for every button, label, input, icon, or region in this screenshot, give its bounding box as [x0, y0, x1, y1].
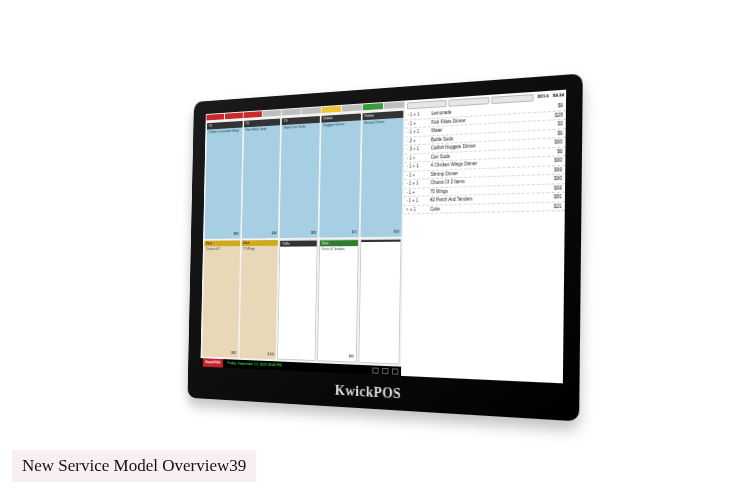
order-line[interactable]: - 1 +75 Wings$66 — [404, 184, 565, 198]
order-toolbar: $21.6 $4.34 — [405, 90, 566, 112]
order-line-name: Can Soda — [431, 149, 542, 160]
order-line[interactable]: < + 1Coke$21 — [403, 202, 565, 214]
order-line-name: Lemonade — [431, 104, 542, 117]
order-line-qty: - 1 + 1 — [408, 111, 432, 118]
toolbar-button-2[interactable] — [448, 97, 489, 107]
ticket-card[interactable]: OnlineShrimp Dinner$54 — [361, 111, 404, 237]
order-line[interactable]: - 1 + 14 Chicken Wings Dinner$60 — [404, 156, 565, 171]
order-line[interactable]: - 3 + 1Catfish Nuggets Dinner$60 — [404, 138, 565, 154]
status-control-3[interactable] — [392, 368, 398, 374]
order-line-amt: $60 — [542, 176, 562, 183]
ticket-card[interactable]: T4Catfish Lemonade Wings$66 — [205, 121, 243, 239]
ticket-card-body: Perch & Tenders — [320, 246, 358, 252]
order-line-qty: - 1 + 1 — [407, 128, 431, 135]
order-total-2: $4.34 — [551, 92, 564, 100]
status-logo: KwickPOS — [203, 358, 223, 367]
order-line[interactable]: - 1 + 1Lemonade$6 — [405, 101, 566, 120]
toolbar-button-1[interactable] — [407, 100, 447, 110]
ticket-card[interactable]: OnlineNuggets Dinner$72 — [320, 113, 361, 237]
order-pane: $21.6 $4.34 - 1 + 1Lemonade$6- 1 +Fish F… — [401, 90, 566, 384]
order-line-qty: - 1 + 1 — [406, 180, 430, 186]
order-line-name: Shrimp Dinner — [430, 167, 541, 177]
ticket-card-body: Choice of 2 — [204, 246, 240, 252]
order-line-name: Fish Fillets Dinner — [431, 113, 542, 125]
order-line-name: 4 Chicken Wings Dinner — [431, 158, 542, 168]
order-line-qty: - 1 + — [406, 189, 430, 195]
ticket-card[interactable]: T5Fish Fillets Soda$48 — [242, 118, 281, 238]
order-line-qty: - 1 + — [407, 154, 431, 161]
ticket-card-body: 75 Wings — [241, 246, 278, 252]
order-line-amt: $28 — [542, 112, 562, 119]
ticket-card-price: $82 — [349, 355, 355, 360]
order-line-qty: - 1 + — [407, 171, 431, 177]
order-total-1: $21.6 — [536, 93, 549, 101]
caption-wrap: New Service Model Overview39 — [12, 450, 256, 482]
ticket-card-price: $66 — [234, 232, 239, 236]
order-line-name: 75 Wings — [430, 185, 541, 194]
ticket-card-body — [281, 246, 317, 248]
ticket-card-price: $33 — [311, 231, 316, 236]
order-line-qty: - 1 + 1 — [406, 198, 430, 204]
ticket-card-header: Online — [363, 111, 404, 120]
order-line-qty: < + 1 — [406, 206, 430, 212]
order-line-amt: $66 — [542, 185, 562, 191]
order-line-list: - 1 + 1Lemonade$6- 1 +Fish Fillets Dinne… — [401, 101, 566, 383]
ticket-card-grid: T4Catfish Lemonade Wings$66T5Fish Fillet… — [201, 109, 405, 367]
order-line[interactable]: - 1 +Shrimp Dinner$66 — [404, 165, 565, 180]
ticket-tab[interactable] — [384, 102, 405, 109]
order-line-amt: $6 — [543, 103, 563, 110]
order-line-amt: $66 — [542, 167, 562, 174]
ticket-card-price: $120 — [267, 353, 274, 358]
ticket-card-price: $60 — [231, 351, 236, 356]
ticket-card-price: $54 — [394, 230, 400, 235]
ticket-card[interactable]: DineChoice of 2$60 — [202, 240, 240, 358]
ticket-card[interactable]: DinePerch & Tenders$82 — [317, 239, 358, 363]
order-line-amt: $21 — [541, 203, 561, 209]
order-line[interactable]: - 1 + 1#2 Perch And Tenders$81 — [403, 193, 565, 206]
image-caption: New Service Model Overview39 — [12, 450, 256, 482]
order-line-amt: $6 — [542, 130, 562, 137]
order-line-name: Water — [431, 122, 542, 134]
ticket-pane: T4Catfish Lemonade Wings$66T5Fish Fillet… — [200, 101, 405, 376]
order-line[interactable]: - 1 +Fish Fillets Dinner$28 — [405, 111, 566, 129]
ticket-card-price: $72 — [352, 230, 358, 235]
order-line-name: #2 Perch And Tenders — [430, 194, 542, 203]
device-bezel: T4Catfish Lemonade Wings$66T5Fish Fillet… — [187, 73, 582, 421]
order-line-name: Catfish Nuggets Dinner — [431, 140, 542, 151]
order-line-qty: - 2 + — [407, 137, 431, 144]
ticket-card[interactable]: Dine75 Wings$120 — [239, 239, 278, 359]
order-line-amt: $3 — [542, 121, 562, 128]
device-stage: T4Catfish Lemonade Wings$66T5Fish Fillet… — [150, 88, 590, 408]
ticket-card-body: Fish Fillets Soda — [244, 125, 281, 133]
order-line[interactable]: - 2 +Bottle Soda$6 — [404, 129, 565, 146]
ticket-card-price: $48 — [272, 231, 277, 235]
order-line-name: Bottle Soda — [431, 131, 542, 142]
order-line-qty: - 1 + — [407, 120, 431, 127]
order-line[interactable]: - 1 + 1Choice Of 2 Items$60 — [404, 174, 565, 188]
pos-screen: T4Catfish Lemonade Wings$66T5Fish Fillet… — [200, 90, 566, 384]
ticket-card[interactable]: T9Water Can Soda$33 — [280, 116, 320, 238]
toolbar-button-3[interactable] — [491, 94, 534, 104]
order-line-amt: $60 — [542, 157, 562, 164]
order-line[interactable]: - 1 + 1Water$3 — [405, 120, 566, 138]
status-datetime: Friday, September 11, 2020 03:46 PM — [227, 361, 281, 368]
order-line[interactable]: - 1 +Can Soda$6 — [404, 147, 565, 163]
order-line-amt: $60 — [542, 139, 562, 146]
order-line-amt: $6 — [542, 148, 562, 155]
order-line-name: Choice Of 2 Items — [430, 176, 541, 185]
pos-device: T4Catfish Lemonade Wings$66T5Fish Fillet… — [187, 73, 582, 421]
order-line-name: Coke — [430, 204, 542, 212]
ticket-card[interactable] — [358, 238, 401, 364]
status-control-1[interactable] — [372, 367, 378, 373]
ticket-card-body: Shrimp Dinner — [362, 117, 403, 126]
ticket-card[interactable]: ToGo — [278, 239, 318, 361]
order-line-qty: - 1 + 1 — [407, 163, 431, 170]
status-control-2[interactable] — [382, 367, 388, 373]
ticket-card-body: Catfish Lemonade Wings — [207, 127, 242, 135]
order-line-qty: - 3 + 1 — [407, 146, 431, 153]
ticket-card-body: Nuggets Dinner — [322, 120, 361, 129]
order-line-amt: $81 — [541, 194, 561, 200]
ticket-card-body: Water Can Soda — [282, 122, 320, 130]
device-brand: KwickPOS — [335, 382, 401, 403]
ticket-card-body — [361, 241, 400, 243]
